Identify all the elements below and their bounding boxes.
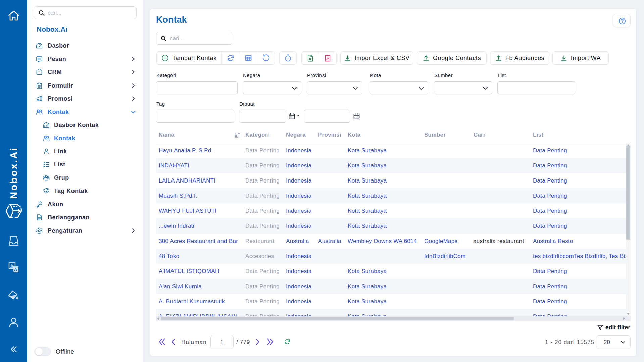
- svg-text:A: A: [14, 267, 17, 272]
